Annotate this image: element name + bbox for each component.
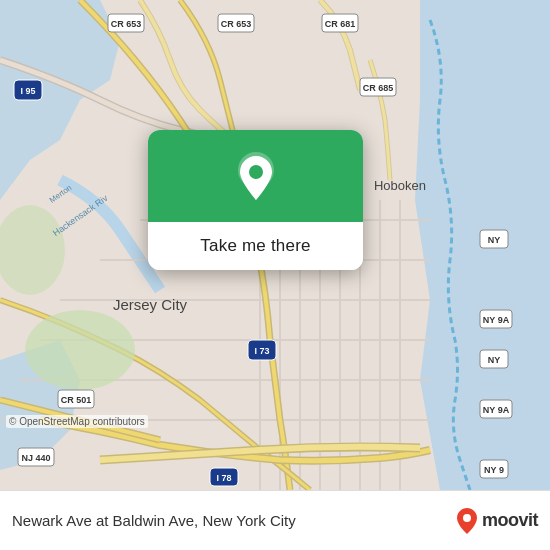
svg-point-54	[463, 514, 471, 522]
svg-text:NY: NY	[488, 355, 501, 365]
card-overlay: Take me there	[148, 130, 363, 270]
svg-text:I 95: I 95	[20, 86, 35, 96]
svg-text:Jersey City: Jersey City	[113, 296, 188, 313]
moovit-text: moovit	[482, 510, 538, 531]
bottom-bar: Newark Ave at Baldwin Ave, New York City…	[0, 490, 550, 550]
svg-point-18	[25, 310, 135, 390]
svg-text:CR 681: CR 681	[325, 19, 356, 29]
svg-text:CR 501: CR 501	[61, 395, 92, 405]
card-green-top	[148, 130, 363, 222]
moovit-pin-icon	[456, 507, 478, 535]
map-view: CR 653 CR 653 CR 681 CR 685 I 95 I 73 I …	[0, 0, 550, 490]
svg-text:I 73: I 73	[254, 346, 269, 356]
location-text: Newark Ave at Baldwin Ave, New York City	[12, 512, 446, 529]
svg-text:NY 9: NY 9	[484, 465, 504, 475]
svg-text:I 78: I 78	[216, 473, 231, 483]
svg-text:CR 653: CR 653	[221, 19, 252, 29]
svg-text:NY 9A: NY 9A	[483, 315, 510, 325]
svg-text:Hoboken: Hoboken	[374, 178, 426, 193]
svg-text:CR 685: CR 685	[363, 83, 394, 93]
moovit-logo: moovit	[456, 507, 538, 535]
svg-text:CR 653: CR 653	[111, 19, 142, 29]
location-pin-icon	[234, 152, 278, 204]
take-me-there-button[interactable]: Take me there	[148, 222, 363, 270]
svg-text:NJ 440: NJ 440	[21, 453, 50, 463]
osm-credit: © OpenStreetMap contributors	[6, 415, 148, 428]
svg-text:NY 9A: NY 9A	[483, 405, 510, 415]
svg-text:NY: NY	[488, 235, 501, 245]
svg-point-53	[249, 165, 263, 179]
